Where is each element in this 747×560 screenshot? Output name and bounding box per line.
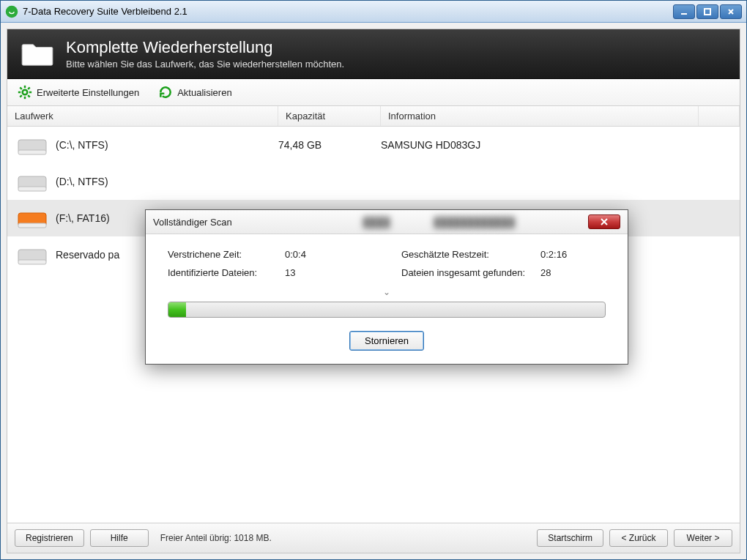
remaining-value: 0:2:16 bbox=[540, 249, 567, 260]
blurred-text: ████████████ bbox=[434, 217, 515, 228]
window-controls bbox=[673, 4, 742, 19]
svg-line-12 bbox=[20, 95, 22, 97]
svg-rect-20 bbox=[18, 260, 46, 264]
svg-rect-18 bbox=[18, 223, 46, 228]
drive-label: (F:\, FAT16) bbox=[56, 212, 110, 224]
drive-info: SAMSUNG HD083GJ bbox=[381, 139, 734, 151]
gear-icon bbox=[18, 85, 32, 100]
home-button[interactable]: Startschirm bbox=[537, 529, 603, 547]
close-button[interactable] bbox=[720, 4, 742, 19]
cancel-button[interactable]: Stornieren bbox=[349, 331, 424, 351]
total-value: 28 bbox=[540, 267, 551, 278]
advanced-settings-label: Erweiterte Einstellungen bbox=[37, 87, 139, 98]
refresh-icon bbox=[158, 85, 173, 100]
content: Komplette Wiederherstellung Bitte wählen… bbox=[7, 29, 740, 553]
drive-icon bbox=[18, 171, 47, 193]
col-spacer bbox=[699, 106, 740, 126]
dialog-body: Verstrichene Zeit: 0:0:4 Identifizierte … bbox=[146, 234, 628, 364]
svg-rect-3 bbox=[22, 47, 53, 65]
col-info[interactable]: Information bbox=[381, 106, 699, 126]
drive-icon bbox=[18, 244, 47, 266]
minimize-button[interactable] bbox=[673, 4, 695, 19]
svg-rect-14 bbox=[18, 150, 46, 154]
total-label: Dateien insgesamt gefunden: bbox=[401, 267, 540, 278]
drive-row[interactable]: (D:\, NTFS) bbox=[7, 163, 740, 200]
advanced-settings-button[interactable]: Erweiterte Einstellungen bbox=[18, 85, 139, 100]
maximize-button[interactable] bbox=[696, 4, 718, 19]
bottom-bar: Registrieren Hilfe Freier Anteil übrig: … bbox=[7, 523, 740, 553]
refresh-label: Aktualisieren bbox=[177, 87, 231, 98]
toolbar: Erweiterte Einstellungen Aktualisieren bbox=[7, 79, 740, 106]
folder-icon bbox=[21, 40, 54, 68]
drive-icon bbox=[18, 207, 47, 229]
drive-capacity: 74,48 GB bbox=[278, 139, 381, 151]
blurred-text: ████ bbox=[363, 217, 390, 228]
col-drive[interactable]: Laufwerk bbox=[7, 106, 278, 126]
svg-rect-1 bbox=[681, 13, 687, 15]
register-button[interactable]: Registrieren bbox=[15, 529, 84, 547]
stats: Verstrichene Zeit: 0:0:4 Identifizierte … bbox=[168, 249, 606, 285]
svg-line-11 bbox=[28, 87, 29, 89]
identified-value: 13 bbox=[285, 267, 295, 278]
svg-line-9 bbox=[20, 87, 22, 89]
drive-label: (C:\, NTFS) bbox=[56, 139, 108, 151]
scan-dialog: Vollständiger Scan ████ ████████████ Ver… bbox=[145, 209, 628, 365]
drive-label: (D:\, NTFS) bbox=[56, 176, 108, 187]
app-window: 7-Data Recovery Suite Verbleibend 2.1 Ko… bbox=[0, 0, 747, 560]
elapsed-label: Verstrichene Zeit: bbox=[168, 249, 285, 260]
progress-fill bbox=[168, 302, 186, 317]
col-capacity[interactable]: Kapazität bbox=[278, 106, 381, 126]
dialog-close-button[interactable] bbox=[588, 214, 620, 229]
svg-line-10 bbox=[28, 95, 29, 97]
table-header: Laufwerk Kapazität Information bbox=[7, 106, 740, 127]
dialog-title: Vollständiger Scan bbox=[153, 217, 363, 228]
elapsed-value: 0:0:4 bbox=[285, 249, 306, 260]
identified-label: Identifizierte Dateien: bbox=[168, 267, 285, 278]
drive-label: Reservado pa bbox=[56, 249, 119, 261]
help-button[interactable]: Hilfe bbox=[90, 529, 149, 547]
svg-point-4 bbox=[23, 90, 28, 95]
hero-subtitle: Bitte wählen Sie das Laufwerk, das Sie w… bbox=[66, 59, 344, 70]
hero-title: Komplette Wiederherstellung bbox=[66, 38, 344, 57]
drive-row[interactable]: (C:\, NTFS)74,48 GBSAMSUNG HD083GJ bbox=[7, 127, 740, 163]
window-title: 7-Data Recovery Suite Verbleibend 2.1 bbox=[23, 6, 673, 17]
close-icon bbox=[600, 218, 609, 225]
svg-point-0 bbox=[6, 5, 18, 18]
drive-icon bbox=[18, 134, 47, 156]
titlebar: 7-Data Recovery Suite Verbleibend 2.1 bbox=[1, 1, 746, 23]
remaining-label: Geschätzte Restzeit: bbox=[401, 249, 540, 260]
back-button[interactable]: < Zurück bbox=[609, 529, 668, 547]
progress-bar bbox=[168, 302, 606, 318]
free-space-status: Freier Anteil übrig: 1018 MB. bbox=[160, 533, 532, 543]
svg-rect-2 bbox=[705, 9, 710, 15]
hero: Komplette Wiederherstellung Bitte wählen… bbox=[7, 29, 740, 79]
expand-chevron-icon[interactable]: ⌄ bbox=[168, 287, 606, 297]
next-button[interactable]: Weiter > bbox=[674, 529, 732, 547]
refresh-button[interactable]: Aktualisieren bbox=[158, 85, 231, 100]
svg-rect-16 bbox=[18, 187, 46, 191]
dialog-titlebar: Vollständiger Scan ████ ████████████ bbox=[146, 210, 628, 234]
app-icon bbox=[5, 5, 18, 18]
